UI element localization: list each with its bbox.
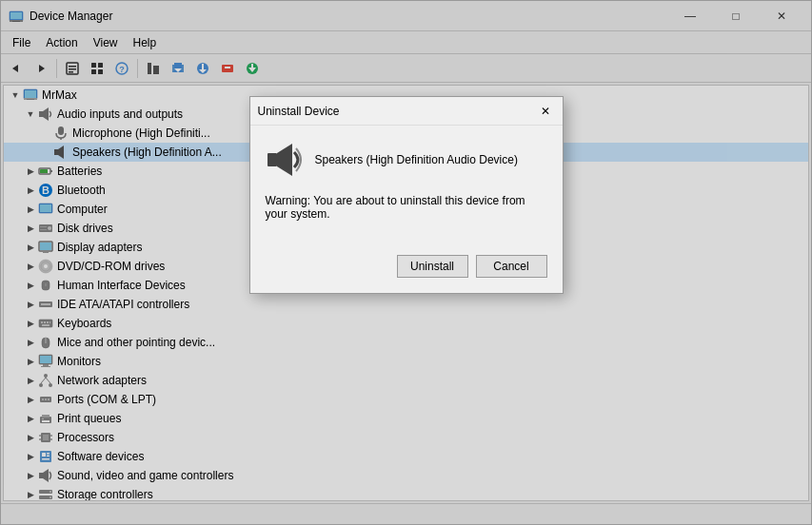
dialog-device-row: Speakers (High Definition Audio Device) [266, 141, 547, 179]
svg-rect-115 [267, 153, 277, 166]
cancel-button[interactable]: Cancel [476, 255, 547, 278]
uninstall-button[interactable]: Uninstall [397, 255, 468, 278]
dialog-device-name: Speakers (High Definition Audio Device) [315, 153, 518, 166]
dialog-buttons: Uninstall Cancel [250, 255, 563, 293]
dialog-warning-text: Warning: You are about to uninstall this… [266, 194, 547, 221]
svg-marker-116 [277, 144, 292, 176]
uninstall-dialog: Uninstall Device ✕ Speakers (High Defini… [249, 96, 564, 294]
dialog-close-button[interactable]: ✕ [536, 102, 555, 121]
dialog-title: Uninstall Device [258, 105, 340, 118]
modal-overlay: Uninstall Device ✕ Speakers (High Defini… [1, 1, 811, 524]
main-window: Device Manager — □ ✕ File Action View He… [0, 0, 812, 525]
dialog-speaker-icon [266, 141, 304, 179]
dialog-content: Speakers (High Definition Audio Device) … [250, 126, 563, 255]
dialog-title-bar: Uninstall Device ✕ [250, 97, 563, 126]
